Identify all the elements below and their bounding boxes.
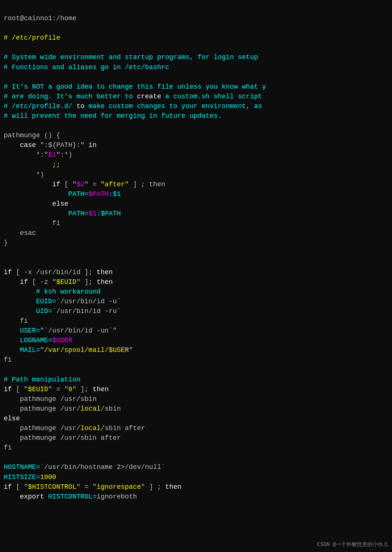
hostname-block: HOSTNAME=`/usr/bin/hostname 2>/dev/null`… <box>4 463 181 500</box>
terminal-output: root@cainno1:/home # /etc/profile # Syst… <box>4 4 392 502</box>
if-block-1: if [ -x /usr/bin/id ]; then if [ -z "$EU… <box>4 269 133 364</box>
file-path: # /etc/profile <box>4 34 60 42</box>
if-block-2: if [ "$EUID" = "0" ]; then pathmunge /us… <box>4 386 145 452</box>
func-pathmunge: pathmunge () { case ":${PATH}:" in *:"$1… <box>4 132 165 246</box>
comment-system: # System wide environment and startup pr… <box>4 53 258 71</box>
watermark: CSDN @一个外貌忧患的小伙儿 <box>317 541 388 548</box>
header-line: root@cainno1:/home <box>4 15 76 22</box>
comment-path: # Path manipulation <box>4 376 80 383</box>
